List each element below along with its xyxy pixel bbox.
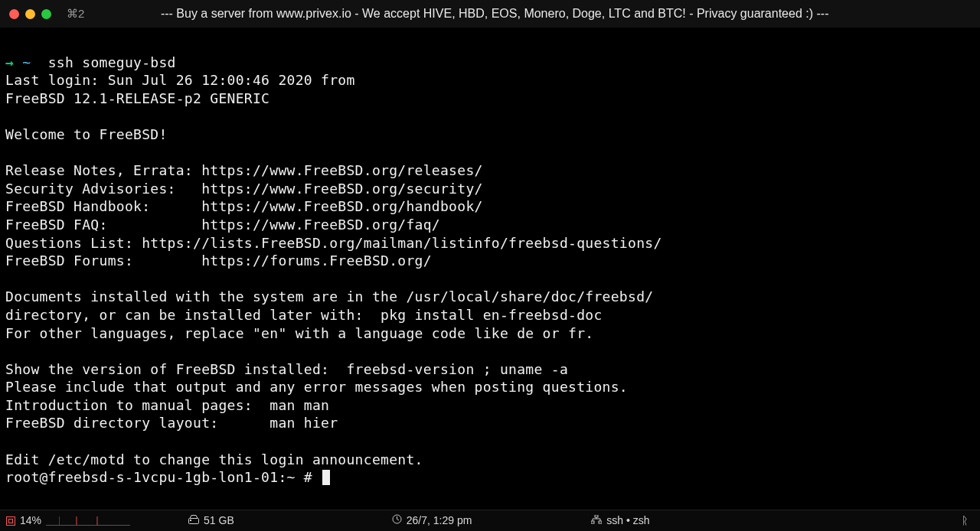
disk-icon	[188, 512, 199, 530]
cpu-icon	[6, 516, 15, 526]
close-icon[interactable]	[9, 9, 19, 19]
terminal-viewport[interactable]: → ~ ssh someguy-bsd Last login: Sun Jul …	[0, 28, 980, 487]
motd-line: FreeBSD Handbook: https://www.FreeBSD.or…	[5, 198, 483, 214]
motd-line: FreeBSD directory layout: man hier	[5, 415, 338, 431]
cpu-percent: 14%	[20, 512, 41, 530]
disk-status: 51 GB	[188, 512, 234, 530]
window-controls	[9, 9, 51, 19]
motd-line: Introduction to manual pages: man man	[5, 397, 329, 413]
command-text: ssh someguy-bsd	[48, 54, 176, 70]
branch-status: ᚱ	[962, 512, 968, 530]
motd-line: directory, or can be installed later wit…	[5, 307, 603, 323]
motd-line: Welcome to FreeBSD!	[5, 126, 168, 142]
datetime-value: 26/7, 1:29 pm	[407, 512, 472, 530]
remote-prompt: root@freebsd-s-1vcpu-1gb-lon1-01:~ #	[5, 469, 321, 485]
motd-line: Please include that output and any error…	[5, 379, 628, 395]
svg-rect-3	[595, 515, 598, 517]
window-title: --- Buy a server from www.privex.io - We…	[95, 5, 971, 23]
disk-value: 51 GB	[204, 512, 234, 530]
motd-line: Questions List: https://lists.FreeBSD.or…	[5, 235, 662, 251]
motd-line: Show the version of FreeBSD installed: f…	[5, 361, 568, 377]
minimize-icon[interactable]	[25, 9, 35, 19]
clock-status: 26/7, 1:29 pm	[392, 512, 472, 530]
svg-rect-1	[190, 520, 191, 521]
tab-indicator: ⌘2	[67, 5, 84, 23]
clock-icon	[392, 512, 402, 530]
svg-rect-5	[599, 521, 602, 523]
process-value: ssh • zsh	[606, 512, 649, 530]
cpu-sparkline	[46, 516, 130, 526]
motd-line: FreeBSD 12.1-RELEASE-p2 GENERIC	[5, 90, 270, 106]
motd-line: Release Notes, Errata: https://www.FreeB…	[5, 162, 483, 178]
branch-glyph: ᚱ	[962, 512, 968, 530]
cpu-status: 14%	[6, 512, 130, 530]
motd-line: FreeBSD Forums: https://forums.FreeBSD.o…	[5, 252, 432, 269]
process-status: ssh • zsh	[591, 512, 649, 530]
zoom-icon[interactable]	[41, 9, 51, 19]
motd-line: Security Advisories: https://www.FreeBSD…	[5, 181, 483, 197]
motd-line: Last login: Sun Jul 26 12:00:46 2020 fro…	[5, 72, 355, 88]
motd-line: Documents installed with the system are …	[5, 288, 653, 305]
network-icon	[591, 512, 602, 530]
cursor-icon	[322, 470, 330, 485]
svg-rect-4	[591, 521, 594, 523]
window-titlebar: ⌘2 --- Buy a server from www.privex.io -…	[0, 0, 980, 28]
motd-line: For other languages, replace "en" with a…	[5, 325, 593, 341]
prompt-path: ~	[22, 54, 31, 70]
motd-line: FreeBSD FAQ: https://www.FreeBSD.org/faq…	[5, 217, 440, 233]
status-bar: 14% 51 GB 26/7, 1:29 pm ssh • zsh ᚱ	[0, 510, 980, 531]
prompt-arrow-icon: →	[5, 54, 14, 70]
motd-line: Edit /etc/motd to change this login anno…	[5, 451, 423, 467]
